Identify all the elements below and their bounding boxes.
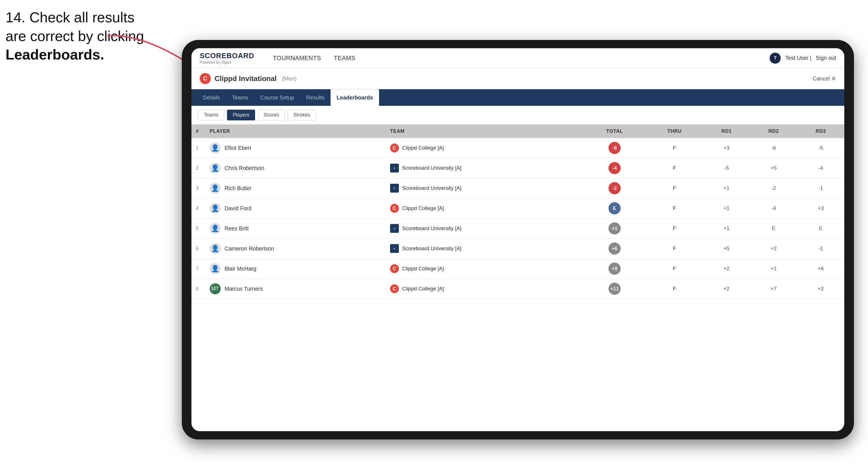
logo-area: SCOREBOARD Powered by clippd xyxy=(200,52,254,64)
total-cell: -2 xyxy=(583,178,646,198)
rd3-cell: +3 xyxy=(797,198,844,218)
thru-cell: F xyxy=(646,259,703,279)
rd2-cell: +5 xyxy=(750,158,797,178)
tab-teams[interactable]: Teams xyxy=(226,89,254,106)
rd3-cell: -1 xyxy=(797,239,844,259)
rd1-cell: +1 xyxy=(703,218,750,239)
thru-cell: F xyxy=(646,198,703,218)
col-thru: THRU xyxy=(646,125,703,138)
player-cell: 👤David Ford xyxy=(205,198,386,218)
table-row: 7👤Blair McHargCClippd College [A]+9F+2+1… xyxy=(191,259,844,279)
filter-row: Teams Players Scores Strokes xyxy=(191,106,844,125)
table-row: 4👤David FordCClippd College [A]EF+1-4+3 xyxy=(191,198,844,218)
tablet-screen: SCOREBOARD Powered by clippd TOURNAMENTS… xyxy=(191,48,844,431)
rank-cell: 7 xyxy=(191,259,205,279)
table-row: 6👤Cameron Robertson≡Scoreboard Universit… xyxy=(191,239,844,259)
total-cell: +1 xyxy=(583,218,646,239)
player-cell: 👤Blair McHarg xyxy=(205,259,386,279)
col-player: PLAYER xyxy=(205,125,386,138)
tournament-name: Clippd Invitational xyxy=(215,74,277,83)
total-cell: +11 xyxy=(583,279,646,299)
team-cell: ≡Scoreboard University [A] xyxy=(386,218,583,239)
table-row: 3👤Rich Butler≡Scoreboard University [A]-… xyxy=(191,178,844,198)
total-cell: E xyxy=(583,198,646,218)
player-cell: MTMarcus Turners xyxy=(205,279,386,299)
col-rd1: RD1 xyxy=(703,125,750,138)
rank-cell: 6 xyxy=(191,239,205,259)
rd2-cell: -6 xyxy=(750,138,797,158)
rank-cell: 1 xyxy=(191,138,205,158)
logo-sub: Powered by clippd xyxy=(200,60,254,64)
rd2-cell: -2 xyxy=(750,178,797,198)
table-header-row: # PLAYER TEAM TOTAL THRU RD1 RD2 RD3 xyxy=(191,125,844,138)
nav-teams[interactable]: TEAMS xyxy=(329,52,360,64)
player-cell: 👤Elliot Ebert xyxy=(205,138,386,158)
rd3-cell: +2 xyxy=(797,279,844,299)
col-rd3: RD3 xyxy=(797,125,844,138)
rd2-cell: E xyxy=(750,218,797,239)
nav-links: TOURNAMENTS TEAMS xyxy=(268,52,770,64)
rd3-cell: -1 xyxy=(797,178,844,198)
col-rank: # xyxy=(191,125,205,138)
table-row: 2👤Chris Robertson≡Scoreboard University … xyxy=(191,158,844,178)
total-cell: +9 xyxy=(583,259,646,279)
team-cell: CClippd College [A] xyxy=(386,198,583,218)
thru-cell: F xyxy=(646,239,703,259)
rd1-cell: -5 xyxy=(703,158,750,178)
rd1-cell: +1 xyxy=(703,178,750,198)
col-team: TEAM xyxy=(386,125,583,138)
team-cell: CClippd College [A] xyxy=(386,138,583,158)
tab-leaderboards[interactable]: Leaderboards xyxy=(331,89,379,106)
team-cell: ≡Scoreboard University [A] xyxy=(386,239,583,259)
sign-out-link[interactable]: Sign out xyxy=(816,55,836,61)
user-name: Test User | xyxy=(785,55,811,61)
player-cell: 👤Cameron Robertson xyxy=(205,239,386,259)
table-row: 5👤Rees Britt≡Scoreboard University [A]+1… xyxy=(191,218,844,239)
tab-course-setup[interactable]: Course Setup xyxy=(254,89,300,106)
tournament-title-area: C Clippd Invitational (Men) xyxy=(200,73,297,84)
rd3-cell: -5 xyxy=(797,138,844,158)
total-cell: +6 xyxy=(583,239,646,259)
rank-cell: 4 xyxy=(191,198,205,218)
logo-text: SCOREBOARD xyxy=(200,52,254,60)
user-avatar: T xyxy=(770,53,781,64)
thru-cell: F xyxy=(646,158,703,178)
tab-details[interactable]: Details xyxy=(197,89,226,106)
rank-cell: 3 xyxy=(191,178,205,198)
rd3-cell: E xyxy=(797,218,844,239)
instruction-text: 14. Check all results are correct by cli… xyxy=(5,8,144,64)
team-cell: ≡Scoreboard University [A] xyxy=(386,178,583,198)
total-cell: -8 xyxy=(583,138,646,158)
player-cell: 👤Rees Britt xyxy=(205,218,386,239)
rd1-cell: +1 xyxy=(703,198,750,218)
player-cell: 👤Rich Butler xyxy=(205,178,386,198)
filter-teams[interactable]: Teams xyxy=(198,110,224,120)
rd1-cell: +5 xyxy=(703,239,750,259)
close-icon: ✕ xyxy=(831,75,836,82)
thru-cell: F xyxy=(646,178,703,198)
nav-tournaments[interactable]: TOURNAMENTS xyxy=(268,52,326,64)
thru-cell: F xyxy=(646,279,703,299)
leaderboard-table: # PLAYER TEAM TOTAL THRU RD1 RD2 RD3 1👤E… xyxy=(191,125,844,431)
rd1-cell: +2 xyxy=(703,279,750,299)
filter-players[interactable]: Players xyxy=(227,110,255,120)
team-cell: CClippd College [A] xyxy=(386,259,583,279)
rank-cell: 2 xyxy=(191,158,205,178)
player-cell: 👤Chris Robertson xyxy=(205,158,386,178)
rd1-cell: +2 xyxy=(703,259,750,279)
tournament-gender: (Men) xyxy=(282,75,297,82)
top-nav: SCOREBOARD Powered by clippd TOURNAMENTS… xyxy=(191,48,844,68)
rank-cell: 5 xyxy=(191,218,205,239)
tablet-frame: SCOREBOARD Powered by clippd TOURNAMENTS… xyxy=(182,40,854,439)
sub-tabs: Details Teams Course Setup Results Leade… xyxy=(191,89,844,106)
cancel-button[interactable]: Cancel ✕ xyxy=(813,75,836,82)
tournament-header: C Clippd Invitational (Men) Cancel ✕ xyxy=(191,68,844,89)
filter-scores[interactable]: Scores xyxy=(258,110,285,120)
tab-results[interactable]: Results xyxy=(300,89,331,106)
rd1-cell: +3 xyxy=(703,138,750,158)
tournament-logo: C xyxy=(200,73,211,84)
rd3-cell: +6 xyxy=(797,259,844,279)
user-area: T Test User | Sign out xyxy=(770,53,836,64)
filter-strokes[interactable]: Strokes xyxy=(287,110,316,120)
rd2-cell: +1 xyxy=(750,259,797,279)
